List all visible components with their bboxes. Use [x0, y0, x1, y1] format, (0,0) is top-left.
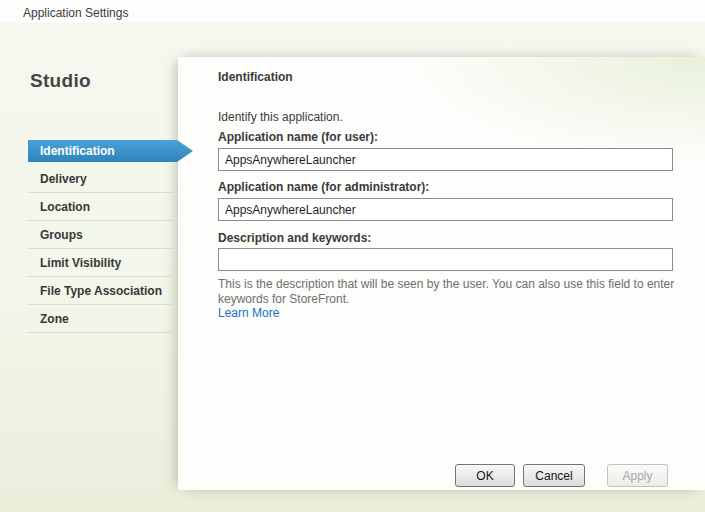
nav-item-zone[interactable]: Zone: [28, 305, 178, 333]
studio-brand-title: Studio: [30, 70, 91, 92]
field-label-description: Description and keywords:: [218, 231, 371, 245]
nav-item-location[interactable]: Location: [28, 193, 178, 221]
description-keywords-input[interactable]: [218, 248, 673, 271]
content-panel: Identification Identify this application…: [178, 57, 705, 490]
nav-item-label: File Type Association: [40, 284, 162, 298]
nav-item-label: Groups: [40, 228, 83, 242]
app-name-admin-input[interactable]: [218, 198, 673, 221]
application-settings-window: Application Settings Identification Iden…: [0, 0, 705, 512]
window-title: Application Settings: [23, 6, 128, 20]
page-title: Identification: [218, 70, 293, 84]
nav-item-groups[interactable]: Groups: [28, 221, 178, 249]
settings-nav: Identification Delivery Location Groups …: [28, 137, 178, 333]
ok-button[interactable]: OK: [455, 464, 515, 487]
cancel-button[interactable]: Cancel: [523, 464, 585, 487]
nav-item-label: Zone: [40, 312, 69, 326]
nav-item-delivery[interactable]: Delivery: [28, 165, 178, 193]
description-help-text: This is the description that will be see…: [218, 277, 680, 307]
nav-item-label: Identification: [40, 144, 115, 158]
nav-item-limit-visibility[interactable]: Limit Visibility: [28, 249, 178, 277]
nav-item-identification[interactable]: Identification: [28, 137, 178, 165]
apply-button[interactable]: Apply: [607, 464, 668, 487]
field-label-app-name-admin: Application name (for administrator):: [218, 180, 429, 194]
nav-item-label: Limit Visibility: [40, 256, 121, 270]
learn-more-link[interactable]: Learn More: [218, 306, 279, 320]
field-label-app-name-user: Application name (for user):: [218, 130, 378, 144]
intro-text: Identify this application.: [218, 110, 343, 124]
nav-item-label: Delivery: [40, 172, 87, 186]
nav-item-label: Location: [40, 200, 90, 214]
nav-item-file-type-association[interactable]: File Type Association: [28, 277, 178, 305]
app-name-user-input[interactable]: [218, 148, 673, 171]
